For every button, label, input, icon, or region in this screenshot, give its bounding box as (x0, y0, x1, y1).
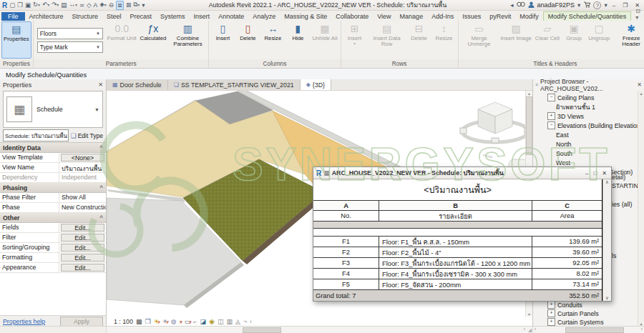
insert-column-button[interactable]: ▯Insert (210, 21, 235, 59)
browser-vertical-scrollbar[interactable]: ▴ ▾ (638, 91, 644, 327)
cell-no[interactable]: F4 (313, 269, 379, 279)
measure-icon[interactable]: ↔▾ (69, 1, 77, 9)
section-header-phasing[interactable]: Phasing^ (0, 183, 106, 193)
tree-expander-icon[interactable]: + (547, 318, 555, 326)
tab-add-ins[interactable]: Add-Ins (427, 12, 458, 21)
sync-with-central-icon[interactable]: ↻▾ (33, 1, 40, 9)
cell-description[interactable]: Floor: F4_พื้นกระเบื้องเซรามิค - 300 x 3… (379, 269, 532, 279)
scroll-up-icon[interactable]: ▴ (640, 91, 642, 96)
username[interactable]: anadaF92PS (537, 1, 575, 9)
category-dropdown-arrow-icon[interactable]: ▼ (96, 31, 100, 36)
tab-annotate[interactable]: Annotate (214, 12, 248, 21)
collapse-icon[interactable]: ^ (99, 144, 103, 151)
switch-windows-icon-dropdown[interactable]: ▾ (137, 3, 140, 7)
cell-description[interactable]: Floor: F1_พื้น ค.ส.ล. - 150mm (379, 237, 532, 247)
scroll-thumb[interactable] (243, 327, 281, 333)
tab-issues[interactable]: Issues (458, 12, 485, 21)
cell-no[interactable]: F1 (313, 237, 379, 247)
calculated-parameter-button[interactable]: ƒxCalculated (139, 21, 168, 59)
print-icon[interactable]: ▤ (61, 1, 67, 9)
measure-icon-dropdown[interactable]: ▾ (75, 3, 77, 7)
worksharing-display-icon[interactable]: ◫ (218, 318, 224, 325)
redo-icon-dropdown[interactable]: ▾ (57, 3, 59, 7)
search-icon[interactable] (517, 1, 525, 9)
tree-expander-icon[interactable]: − (547, 121, 555, 129)
property-value[interactable]: New Construction (59, 203, 106, 212)
combine-parameters-button[interactable]: ▥Combine Parameters (168, 21, 207, 59)
scale-label[interactable]: 1 : 100 (114, 318, 133, 325)
viewbar-collapse-icon[interactable]: ‹ (250, 318, 252, 325)
aligned-dimension-icon[interactable]: ≍ (79, 1, 84, 9)
parameter-dropdown[interactable]: Type Mark▼ (37, 41, 103, 53)
tree-item-elevations-building-elevation[interactable]: −Elevations (Building Elevation (533, 121, 644, 130)
properties-help-link[interactable]: Properties help (3, 318, 45, 325)
type-selector-arrow-icon[interactable]: ▼ (94, 107, 99, 112)
delete-column-button[interactable]: ▯Delete (235, 21, 260, 59)
scroll-right-icon[interactable]: › (641, 327, 643, 332)
close-button[interactable]: ✕ (600, 170, 608, 177)
properties-close-icon[interactable]: ✕ (98, 81, 103, 88)
tab-structure[interactable]: Structure (68, 12, 103, 21)
property-value-button[interactable]: Edit... (61, 224, 104, 232)
tab-architecture[interactable]: Architecture (25, 12, 68, 21)
tab-systems[interactable]: Systems (156, 12, 190, 21)
panel-handle-icon[interactable]: ≡ (535, 82, 538, 87)
browser-horizontal-scrollbar[interactable]: ‹ › (532, 327, 644, 333)
properties-button[interactable]: ▤Properties (1, 21, 31, 59)
text-icon[interactable]: A (94, 1, 98, 9)
help-icon[interactable]: ? (593, 1, 601, 9)
schedule-blank-row[interactable] (313, 229, 602, 237)
schedule-title-cell[interactable]: <ปริมาณงานพื้น> (313, 179, 602, 201)
edit-type-button[interactable]: ❏ Edit Type (71, 132, 103, 139)
hide-analytical-model-icon[interactable]: ◬ (235, 318, 240, 325)
schedule-vertical-scrollbar[interactable]: ∧ ∨ (602, 179, 611, 301)
cell-no[interactable]: F3 (313, 258, 379, 269)
temporary-hide-isolate-icon[interactable]: ◪ (200, 318, 207, 325)
cell-area[interactable]: 139.69 m² (532, 237, 602, 247)
column-header[interactable]: รายละเอียด (379, 211, 532, 222)
ribbon-options-icon[interactable]: ⊡ ▾ (635, 8, 644, 21)
scroll-up-icon[interactable]: ▴ (528, 91, 530, 96)
undo-icon-dropdown[interactable]: ▾ (47, 3, 49, 7)
parameter-dropdown-arrow-icon[interactable]: ▼ (96, 45, 100, 49)
tree-expander-icon[interactable]: − (547, 94, 555, 101)
restore-button[interactable]: ❐ (620, 2, 630, 9)
scroll-left-icon[interactable]: ‹ (535, 327, 536, 332)
detail-level-icon[interactable]: ▩ (136, 318, 142, 325)
cell-no[interactable]: F5 (313, 279, 379, 290)
property-value-button[interactable]: Edit... (61, 264, 104, 272)
section-icon[interactable]: ⊖ (109, 1, 114, 9)
tree-expander-icon[interactable]: + (547, 301, 555, 309)
property-value[interactable]: Show All (59, 193, 106, 202)
tab-manage[interactable]: Manage (396, 12, 428, 21)
store-cart-icon[interactable] (583, 1, 590, 9)
view-tab-ss-template-starting-view-2021[interactable]: ❏SS TEMPLATE_STARTING VIEW_2021 (168, 79, 301, 90)
cell-description[interactable]: Floor: F2_พื้นไม้ - 4" (379, 247, 532, 258)
tree-item-north[interactable]: North (533, 139, 644, 149)
hide-column-button[interactable]: ▮Hide (286, 21, 310, 59)
instance-combo-arrow-icon[interactable]: ∨ (67, 133, 69, 138)
scroll-thumb[interactable] (565, 327, 624, 333)
freeze-header-button[interactable]: ✱Freeze Header (612, 21, 644, 59)
reveal-hidden-elements-icon[interactable]: ◉ (209, 318, 215, 325)
column-letter[interactable]: A (313, 201, 379, 211)
tree-item-east[interactable]: East (533, 130, 644, 139)
tree-item--1[interactable]: ฝ้าเพดานชั้น 1 (533, 102, 644, 111)
qat-customize-icon[interactable]: ▾ (142, 1, 145, 9)
minimize-button[interactable]: – (584, 170, 590, 177)
scroll-right-icon[interactable]: › (524, 327, 525, 332)
reveal-constraints-icon[interactable]: ¬ (243, 318, 247, 325)
undo-icon[interactable]: ↶▾ (42, 1, 49, 9)
column-header[interactable]: No. (313, 211, 379, 222)
property-value-button[interactable]: <None> (61, 154, 104, 161)
tree-expander-icon[interactable]: + (547, 309, 555, 317)
property-value[interactable]: ปริมาณงานพื้น (59, 163, 106, 172)
cell-area[interactable]: 73.14 m² (532, 279, 602, 290)
tab-view[interactable]: View (373, 12, 395, 21)
schedule-window-title-bar[interactable]: R ▦ ARC_HOUSE_V2022_NEW VER - Schedule: … (313, 167, 611, 179)
redo-icon[interactable]: ↷▾ (52, 1, 59, 9)
scroll-down-icon[interactable]: ▾ (528, 312, 530, 317)
section-header-other[interactable]: Other^ (0, 213, 106, 223)
section-header-identity-data[interactable]: Identity Data^ (0, 143, 106, 153)
cell-area[interactable]: 8.02 m² (532, 269, 602, 279)
